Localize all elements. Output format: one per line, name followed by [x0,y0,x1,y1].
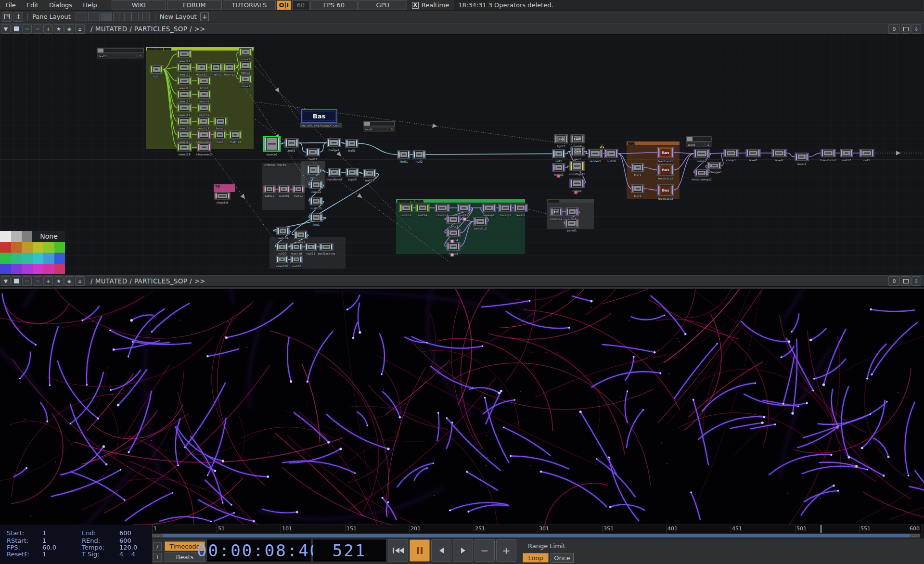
range-fill[interactable] [163,534,910,538]
maximize-pane-icon[interactable] [2,12,12,22]
pane-type-icon[interactable] [12,276,21,286]
network-node-copy3[interactable]: copy3 [346,168,359,181]
back-icon[interactable]: ⇦ [22,276,32,286]
layout-preset-hsplit[interactable] [101,13,112,21]
palette-swatch[interactable] [54,253,65,264]
network-canvas[interactable]: INTERACTIVE MODSPARTICLES TX COLORBLURIN… [0,35,924,275]
menu-help[interactable]: Help [77,1,103,9]
network-node-cam1[interactable]: Camcam1 [571,135,584,148]
network-node-hsvadj1[interactable]: hsvadj1 [499,204,512,217]
network-node-switch13[interactable]: switch13 [474,218,487,230]
network-node-out1[interactable]: out1 [552,150,565,163]
jump-to-start-button[interactable] [388,539,408,562]
layout-preset-grid6[interactable] [138,13,150,21]
network-overview-icon[interactable]: ◈ [64,276,74,286]
collapse-icon[interactable]: ⇩ [911,24,921,34]
loop-button[interactable]: Loop [523,553,549,563]
network-node-switch4[interactable]: switch4 [277,227,289,240]
breadcrumb-path[interactable]: / MUTATED / PARTICLES_SOP / >> [90,277,205,285]
network-node-comp2[interactable]: comp2 [694,149,709,163]
network-node-chopexec2[interactable]: chopexec2 [196,143,212,156]
network-node-noise1[interactable]: noise1 [239,48,252,61]
network-node-ramp3[interactable]: ramp3 [447,216,460,229]
network-node-feedback3[interactable]: Basfeedback3 [657,185,674,200]
network-node-feedback2[interactable]: Basfeedback2 [657,165,674,180]
network-node-feedback1[interactable]: Basfeedback1 [657,147,674,163]
network-node-math16[interactable]: math16 [291,244,302,255]
network-node-chopExt[interactable]: chopExt [215,192,230,205]
palette-swatch[interactable] [33,253,44,264]
frame-display[interactable]: 521 [313,539,386,562]
network-node-null11[interactable]: null11 [293,186,304,197]
palette-swatch[interactable] [11,253,22,264]
palette-swatch[interactable] [0,253,11,264]
palette-swatch[interactable] [11,242,22,253]
network-node-select18[interactable]: select18 [177,143,192,156]
frame-increment-button[interactable]: + [496,539,516,562]
palette-swatch[interactable] [22,264,33,275]
integer-mode-button[interactable]: I [153,553,162,562]
palette-swatch[interactable] [11,231,22,242]
pane-menu-icon[interactable]: ▼ [1,24,11,34]
layout-preset-vsplit[interactable] [88,13,100,21]
network-node-chopto2[interactable]: Chchopto2 [551,208,563,221]
link-wiki[interactable]: WIKI [112,0,166,10]
network-node-sopto1[interactable]: sopto1 [399,204,413,217]
network-node-select13[interactable]: select13 [177,77,192,90]
layout-preset-left-split[interactable] [113,13,125,21]
realtime-checkbox[interactable]: X [412,2,419,9]
network-node-table1[interactable]: table1 [264,186,275,197]
gpu-display[interactable]: GPU [359,0,407,10]
network-node-math14[interactable]: math14 [229,131,242,143]
particle-viewer[interactable] [0,289,924,525]
network-editor[interactable]: INTERACTIVE MODSPARTICLES TX COLORBLURIN… [0,35,924,275]
ramp-swatch[interactable] [450,253,454,256]
timeline-range-bar[interactable]: ... ... [152,533,924,538]
network-node-source1[interactable]: source1 [264,137,280,156]
network-node-null23[interactable]: null23 [295,231,307,244]
once-button[interactable]: Once [551,553,574,563]
info-value[interactable]: 1 [42,551,46,558]
network-node-level3[interactable]: level3 [795,153,808,166]
add-icon[interactable]: + [43,24,53,34]
breadcrumb-path[interactable]: / MUTATED / PARTICLES_SOP / >> [90,25,205,33]
network-node-lookup1[interactable]: lookup1 [482,204,496,217]
add-layout-button[interactable]: + [200,13,209,21]
network-node-math12[interactable]: math12 [223,64,236,76]
palette-swatch[interactable] [22,231,33,242]
network-node-math15[interactable]: math15 [310,197,322,210]
forward-icon[interactable]: ⇨ [33,276,42,286]
frame-decrement-button[interactable]: − [475,539,495,562]
maximize-icon[interactable] [901,276,911,286]
network-node-geo1[interactable]: Geogeo1 [571,147,584,161]
palette-swatch[interactable] [0,231,11,242]
slider-widget-text5[interactable]: text50 [686,137,711,147]
palette-swatch[interactable] [0,242,11,253]
palette-swatch[interactable] [22,253,33,264]
forward-icon[interactable]: ⇨ [33,24,42,34]
network-node-noise4[interactable]: noise4 [310,181,322,193]
info-value[interactable]: 600 [119,537,131,544]
network-node-null13[interactable]: null13 [363,169,376,182]
range-handle-left[interactable]: ... [152,534,163,538]
network-node-line1[interactable]: line1 [310,214,322,226]
network-comment[interactable]: EXT [214,184,235,192]
palette-swatch[interactable] [33,264,44,275]
fps-display[interactable]: FPS 60 [310,0,358,10]
network-node-null16[interactable]: null16 [566,208,578,220]
palette-none[interactable]: None [32,231,65,242]
network-node-panel1[interactable]: panel1 [565,219,578,232]
network-node-select20[interactable]: select20 [276,256,288,268]
palette-swatch[interactable] [54,264,65,275]
network-node-noise2[interactable]: noise2 [239,62,252,74]
slider-widget-text1[interactable]: text10 [364,121,395,131]
network-node-limit1[interactable]: limit1 [398,151,410,163]
realtime-toggle[interactable]: X Realtime [412,1,449,9]
network-node-switch1[interactable]: switch1 [197,90,211,103]
step-forward-button[interactable] [453,539,473,562]
ramp-swatch[interactable] [574,191,578,194]
add-icon[interactable]: + [43,276,53,286]
network-node-null21[interactable]: null21 [305,244,317,255]
depth-indicator[interactable]: 0 [888,276,900,286]
palette-swatch[interactable] [22,242,33,253]
